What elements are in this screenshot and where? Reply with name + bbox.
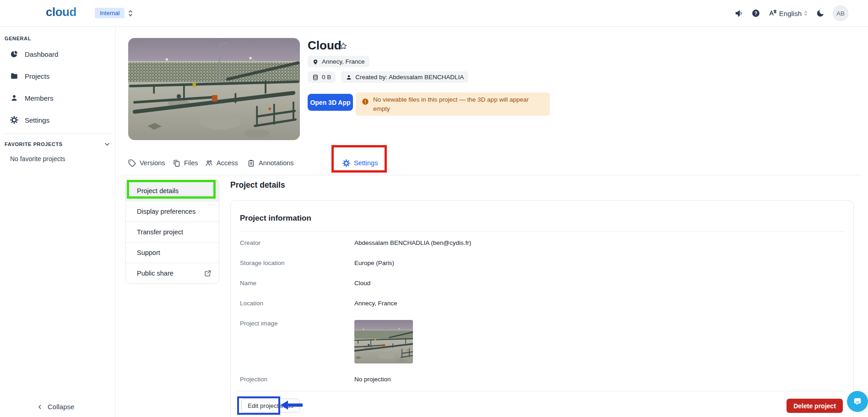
project-cover-image [128, 38, 300, 140]
menu-item-display-preferences[interactable]: Display preferences [125, 201, 219, 222]
favorite-star-icon[interactable] [339, 42, 348, 51]
avatar-initials: AB [836, 10, 845, 17]
info-row-storage-location: Storage location Europe (Paris) [231, 253, 854, 273]
language-selector[interactable]: English [768, 9, 808, 18]
row-value: Cloud [354, 280, 370, 287]
tag-icon [128, 159, 136, 167]
card-divider [240, 231, 845, 232]
language-label: English [779, 10, 802, 17]
sidebar-item-projects[interactable]: Projects [0, 65, 115, 87]
location-badge: Annecy, France [308, 56, 369, 67]
card-title: Project information [240, 214, 311, 223]
chat-bubble-icon [852, 396, 863, 407]
chevron-left-icon [37, 404, 43, 410]
collapse-label: Collapse [48, 403, 74, 411]
favorites-section-header: FAVORITE PROJECTS [5, 141, 111, 148]
tabs-divider [121, 175, 861, 175]
info-row-creator: Creator Abdessalam BENCHADLIA (ben@cydis… [231, 233, 854, 253]
location-pin-icon [312, 59, 319, 65]
menu-item-label: Support [137, 249, 160, 256]
storage-size-badge: 0 B [308, 71, 336, 83]
people-icon [205, 159, 213, 167]
megaphone-icon[interactable] [734, 9, 743, 18]
row-value: Annecy, France [354, 300, 397, 307]
info-row-location: Location Annecy, France [231, 293, 854, 313]
settings-menu: Project details Display preferences Tran… [125, 180, 219, 284]
clipboard-icon [247, 159, 255, 167]
chat-launcher-button[interactable] [847, 391, 868, 412]
created-by-label: Created by: Abdessalam BENCHADLIA [355, 74, 464, 81]
menu-item-transfer-project[interactable]: Transfer project [125, 222, 219, 242]
favorites-heading: FAVORITE PROJECTS [5, 141, 63, 147]
workspace-selector-icon[interactable] [127, 9, 134, 17]
gear-icon [342, 159, 350, 167]
row-value: Abdessalam BENCHADLIA (ben@cydis.fr) [354, 239, 471, 246]
project-image-thumbnail [354, 320, 413, 363]
files-icon [173, 159, 180, 167]
pie-chart-icon [10, 50, 18, 58]
location-badge-label: Annecy, France [322, 58, 365, 65]
menu-item-project-details[interactable]: Project details [125, 180, 219, 201]
workspace-badge[interactable]: Internal [95, 8, 125, 18]
external-link-icon [204, 270, 212, 277]
topbar: cloud Internal ? English [0, 0, 868, 27]
person-icon [346, 74, 352, 81]
collapse-sidebar-button[interactable]: Collapse [37, 403, 74, 411]
info-row-projection: Projection No projection [231, 369, 854, 389]
menu-item-label: Project details [137, 187, 179, 195]
tab-label: Versions [140, 159, 165, 167]
tab-annotations[interactable]: Annotations [247, 151, 294, 175]
row-label: Name [240, 280, 354, 287]
delete-project-button[interactable]: Delete project [787, 399, 843, 413]
sidebar-item-label: Settings [25, 116, 49, 124]
menu-item-label: Public share [137, 270, 174, 277]
gear-icon [10, 116, 18, 124]
app-logo[interactable]: cloud [46, 5, 76, 19]
app-root: cloud Internal ? English [0, 0, 868, 417]
dark-mode-icon[interactable] [816, 9, 825, 18]
storage-size-label: 0 B [322, 74, 331, 81]
database-icon [312, 74, 319, 81]
info-rows: Creator Abdessalam BENCHADLIA (ben@cydis… [231, 233, 854, 389]
page-title: Project details [230, 180, 285, 190]
menu-item-support[interactable]: Support [125, 242, 219, 263]
tab-label: Access [217, 159, 238, 167]
card-footer-divider [238, 391, 846, 391]
tab-access[interactable]: Access [205, 151, 238, 175]
row-value: Europe (Paris) [354, 260, 394, 266]
project-meta-row: 0 B Created by: Abdessalam BENCHADLIA [308, 71, 468, 83]
avatar[interactable]: AB [833, 5, 848, 21]
sidebar-item-settings[interactable]: Settings [0, 109, 115, 131]
row-label: Storage location [240, 260, 354, 266]
tab-label: Settings [354, 159, 378, 167]
row-label: Creator [240, 239, 354, 246]
tab-label: Annotations [259, 159, 294, 167]
translate-icon [768, 9, 777, 18]
sidebar-item-label: Dashboard [25, 50, 58, 58]
row-label: Projection [240, 376, 354, 383]
sidebar: GENERAL Dashboard Projects Members [0, 27, 116, 417]
help-icon[interactable]: ? [751, 9, 760, 18]
project-title: Cloud [308, 38, 342, 53]
sidebar-item-label: Projects [25, 72, 49, 80]
menu-item-public-share[interactable]: Public share [125, 263, 219, 283]
tab-label: Files [184, 159, 198, 167]
edit-project-infos-button[interactable]: Edit project infos [241, 399, 300, 412]
info-row-project-image: Project image [231, 313, 854, 369]
created-by-badge: Created by: Abdessalam BENCHADLIA [341, 71, 468, 83]
sidebar-item-dashboard[interactable]: Dashboard [0, 43, 115, 65]
no-viewable-files-warning: No viewable files in this project — the … [356, 92, 550, 116]
warning-icon [362, 98, 369, 105]
sidebar-item-members[interactable]: Members [0, 87, 115, 109]
menu-item-label: Transfer project [137, 228, 183, 236]
chevron-down-icon[interactable] [103, 141, 111, 148]
open-3d-app-button[interactable]: Open 3D App [308, 94, 353, 111]
warning-text: No viewable files in this project — the … [373, 95, 544, 113]
info-row-name: Name Cloud [231, 273, 854, 293]
row-value: No projection [354, 376, 391, 383]
tab-settings[interactable]: Settings [342, 151, 378, 175]
tab-versions[interactable]: Versions [128, 151, 165, 175]
language-caret-icon [803, 10, 808, 16]
row-label: Location [240, 300, 354, 307]
tab-files[interactable]: Files [173, 151, 198, 175]
